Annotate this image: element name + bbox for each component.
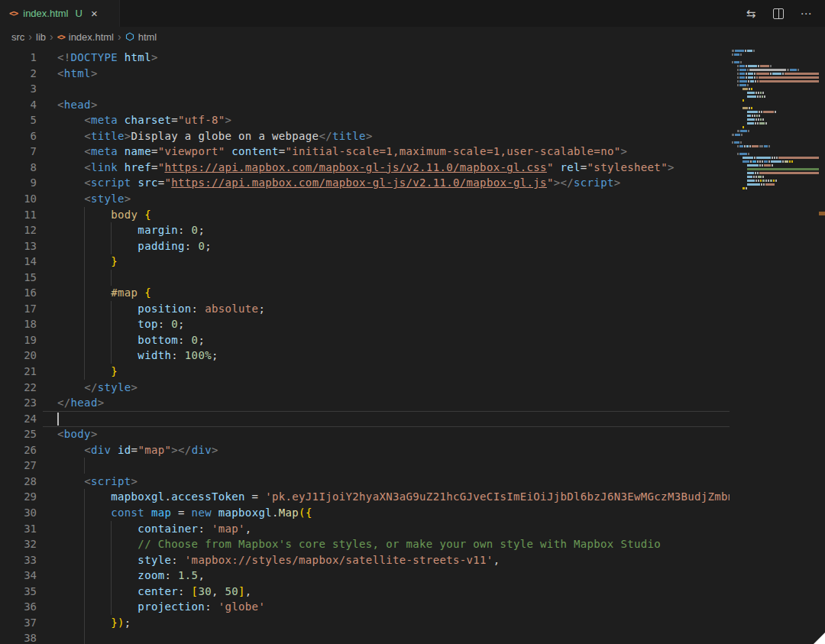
line-content[interactable]: const map = new mapboxgl.Map({ [57,505,730,521]
line-content[interactable]: <title>Display a globe on a webpage</tit… [57,128,730,144]
line-number[interactable]: 29 [0,489,37,505]
breadcrumb-item-index-html[interactable]: <>index.html [57,31,114,43]
line-content[interactable]: } [57,364,730,380]
line-number[interactable]: 17 [0,301,37,317]
line-number[interactable]: 25 [0,426,37,442]
code-line[interactable]: 2<html> [0,66,825,82]
line-number[interactable]: 8 [0,160,37,176]
line-content[interactable]: <meta charset="utf-8"> [57,112,730,128]
code-line[interactable]: 15 [0,270,825,286]
line-number[interactable]: 32 [0,536,37,552]
code-line[interactable]: 7 <meta name="viewport" content="initial… [0,144,825,160]
line-content[interactable]: padding: 0; [57,238,730,254]
line-content[interactable]: <meta name="viewport" content="initial-s… [57,144,730,160]
code-line[interactable]: 16 #map { [0,285,825,301]
line-number[interactable]: 11 [0,207,37,223]
line-content[interactable] [57,81,730,97]
line-number[interactable]: 28 [0,474,37,490]
line-content[interactable]: <script> [57,474,730,490]
code-line[interactable]: 32 // Choose from Mapbox's core styles, … [0,536,825,552]
line-number[interactable]: 31 [0,521,37,537]
line-content[interactable]: mapboxgl.accessToken = 'pk.eyJ1IjoiY2hya… [57,489,730,505]
line-number[interactable]: 20 [0,348,37,364]
line-number[interactable]: 6 [0,128,37,144]
code-line[interactable]: 29 mapboxgl.accessToken = 'pk.eyJ1IjoiY2… [0,489,825,505]
line-content[interactable]: container: 'map', [57,521,730,537]
line-number[interactable]: 1 [0,50,37,66]
line-content[interactable]: </style> [57,380,730,396]
line-content[interactable]: projection: 'globe' [57,599,730,615]
line-content[interactable]: <style> [57,191,730,207]
line-number[interactable]: 35 [0,584,37,600]
code-line[interactable]: 33 style: 'mapbox://styles/mapbox/satell… [0,552,825,568]
line-number[interactable]: 37 [0,615,37,631]
breadcrumb-item-lib[interactable]: lib [36,31,46,43]
line-number[interactable]: 34 [0,568,37,584]
code-line[interactable]: 12 margin: 0; [0,222,825,238]
minimap[interactable] [732,50,819,195]
line-content[interactable]: <script src="https://api.mapbox.com/mapb… [57,175,730,191]
line-number[interactable]: 18 [0,316,37,332]
line-number[interactable]: 19 [0,332,37,348]
more-actions-icon[interactable]: ⋯ [796,4,816,24]
line-number[interactable]: 13 [0,238,37,254]
code-line[interactable]: 23</head> [0,395,825,411]
code-line[interactable]: 6 <title>Display a globe on a webpage</t… [0,128,825,144]
line-number[interactable]: 38 [0,630,37,644]
close-tab-icon[interactable]: × [91,8,98,19]
split-editor-icon[interactable] [768,4,788,24]
code-line[interactable]: 19 bottom: 0; [0,332,825,348]
code-line[interactable]: 14 } [0,254,825,270]
overview-ruler[interactable] [819,47,825,644]
code-line[interactable]: 27 [0,458,825,474]
line-content[interactable] [57,458,730,474]
line-content[interactable]: // Choose from Mapbox's core styles, or … [57,536,730,552]
code-line[interactable]: 38 [0,630,825,644]
code-editor[interactable]: 1<!DOCTYPE html>2<html>34<head>5 <meta c… [0,47,825,644]
line-number[interactable]: 36 [0,599,37,615]
line-content[interactable]: <div id="map"></div> [57,442,730,458]
line-number[interactable]: 4 [0,97,37,113]
line-content[interactable]: <!DOCTYPE html> [57,50,730,66]
code-line[interactable]: 1<!DOCTYPE html> [0,50,825,66]
code-line[interactable]: 26 <div id="map"></div> [0,442,825,458]
breadcrumb-item-html[interactable]: html [125,31,157,43]
code-line[interactable]: 21 } [0,364,825,380]
line-number[interactable]: 16 [0,285,37,301]
line-number[interactable]: 14 [0,254,37,270]
line-number[interactable]: 26 [0,442,37,458]
line-content[interactable]: style: 'mapbox://styles/mapbox/satellite… [57,552,730,568]
line-number[interactable]: 23 [0,395,37,411]
code-line[interactable]: 4<head> [0,97,825,113]
line-content[interactable]: width: 100%; [57,348,730,364]
line-number[interactable]: 3 [0,81,37,97]
line-number[interactable]: 5 [0,112,37,128]
line-number[interactable]: 12 [0,222,37,238]
code-line[interactable]: 13 padding: 0; [0,238,825,254]
line-number[interactable]: 2 [0,66,37,82]
line-content[interactable]: <html> [57,66,730,82]
code-line[interactable]: 18 top: 0; [0,316,825,332]
line-number[interactable]: 30 [0,505,37,521]
line-content[interactable] [57,630,730,644]
code-line[interactable]: 28 <script> [0,474,825,490]
line-content[interactable] [57,270,730,286]
line-content[interactable]: <body> [57,426,730,442]
line-content[interactable]: zoom: 1.5, [57,568,730,584]
line-number[interactable]: 10 [0,191,37,207]
line-content[interactable]: body { [57,207,730,223]
line-content[interactable]: }); [57,615,730,631]
line-content[interactable]: } [57,254,730,270]
line-content[interactable]: position: absolute; [57,301,730,317]
line-number[interactable]: 33 [0,552,37,568]
line-content[interactable]: <head> [57,97,730,113]
code-line[interactable]: 10 <style> [0,191,825,207]
open-changes-icon[interactable]: ⇆ [741,4,761,24]
line-number[interactable]: 27 [0,458,37,474]
code-line[interactable]: 22 </style> [0,380,825,396]
line-content[interactable]: top: 0; [57,316,730,332]
code-line[interactable]: 36 projection: 'globe' [0,599,825,615]
tab-index-html[interactable]: <> index.html U × [0,0,120,27]
line-number[interactable]: 24 [0,411,37,427]
code-line[interactable]: 24 [0,411,825,427]
